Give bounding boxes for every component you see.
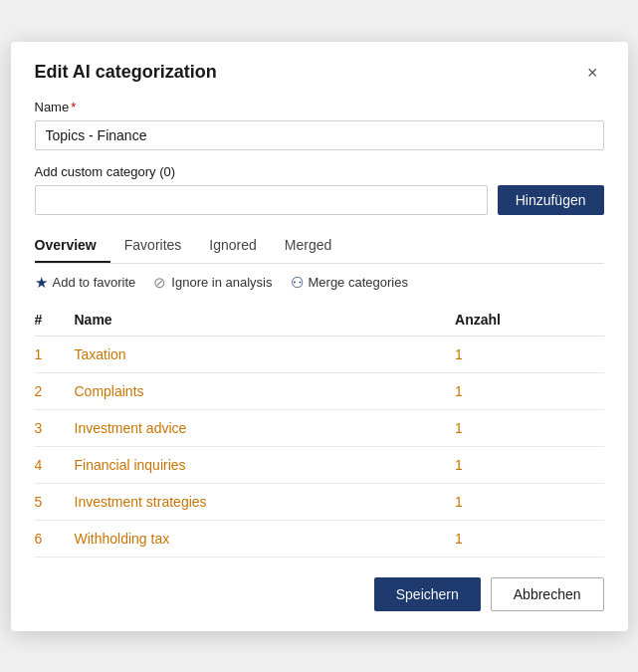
tab-overview[interactable]: Overview (35, 231, 110, 263)
row-num: 4 (35, 446, 75, 483)
row-num: 3 (35, 409, 75, 446)
tabs-bar: Overview Favorites Ignored Merged (35, 231, 604, 264)
custom-category-row: Hinzufügen (35, 185, 604, 215)
row-anzahl: 1 (455, 409, 603, 446)
action-row: ★ Add to favorite ⊘ Ignore in analysis ⚇… (35, 274, 604, 292)
merge-icon: ⚇ (291, 274, 304, 292)
row-name: Financial inquiries (75, 446, 456, 483)
merge-categories-label: Merge categories (309, 275, 408, 290)
custom-category-label: Add custom category (0) (35, 164, 604, 179)
row-anzahl: 1 (455, 520, 603, 557)
tab-merged[interactable]: Merged (285, 231, 345, 263)
ignore-in-analysis-label: Ignore in analysis (171, 275, 272, 290)
table-row[interactable]: 3 Investment advice 1 (35, 409, 604, 446)
row-num: 6 (35, 520, 75, 557)
table-row[interactable]: 4 Financial inquiries 1 (35, 446, 604, 483)
row-anzahl: 1 (455, 483, 603, 520)
tab-ignored[interactable]: Ignored (209, 231, 270, 263)
table-row[interactable]: 2 Complaints 1 (35, 372, 604, 409)
merge-categories-action[interactable]: ⚇ Merge categories (291, 274, 408, 292)
categories-table: # Name Anzahl 1 Taxation 1 2 Complaints … (35, 304, 604, 558)
name-label: Name* (35, 100, 604, 114)
hinzufuegen-button[interactable]: Hinzufügen (498, 185, 604, 215)
row-anzahl: 1 (455, 372, 603, 409)
dialog-header: Edit AI categorization × (35, 62, 604, 84)
add-to-favorite-label: Add to favorite (53, 275, 136, 290)
row-name: Taxation (75, 336, 456, 372)
col-header-num: # (35, 304, 75, 336)
ignore-in-analysis-action[interactable]: ⊘ Ignore in analysis (153, 274, 272, 292)
add-to-favorite-action[interactable]: ★ Add to favorite (35, 274, 136, 292)
row-name: Investment strategies (75, 483, 456, 520)
table-row[interactable]: 6 Withholding tax 1 (35, 520, 604, 557)
row-name: Investment advice (75, 409, 456, 446)
row-anzahl: 1 (455, 446, 603, 483)
row-anzahl: 1 (455, 336, 603, 372)
close-button[interactable]: × (581, 62, 604, 84)
categories-table-container[interactable]: # Name Anzahl 1 Taxation 1 2 Complaints … (35, 304, 604, 558)
custom-category-input[interactable] (35, 185, 488, 215)
edit-ai-categorization-dialog: Edit AI categorization × Name* Add custo… (11, 42, 628, 631)
tab-favorites[interactable]: Favorites (124, 231, 196, 263)
abbrechen-button[interactable]: Abbrechen (491, 577, 604, 611)
row-name: Withholding tax (75, 520, 456, 557)
star-icon: ★ (35, 274, 48, 292)
speichern-button[interactable]: Speichern (374, 577, 481, 611)
row-num: 5 (35, 483, 75, 520)
name-input[interactable] (35, 120, 604, 150)
col-header-anzahl: Anzahl (455, 304, 603, 336)
dialog-footer: Speichern Abbrechen (35, 577, 604, 611)
table-row[interactable]: 1 Taxation 1 (35, 336, 604, 372)
row-num: 2 (35, 372, 75, 409)
row-name: Complaints (75, 372, 456, 409)
ignore-icon: ⊘ (153, 274, 166, 292)
table-row[interactable]: 5 Investment strategies 1 (35, 483, 604, 520)
col-header-name: Name (75, 304, 456, 336)
row-num: 1 (35, 336, 75, 372)
required-indicator: * (71, 100, 76, 114)
dialog-title: Edit AI categorization (35, 62, 217, 83)
